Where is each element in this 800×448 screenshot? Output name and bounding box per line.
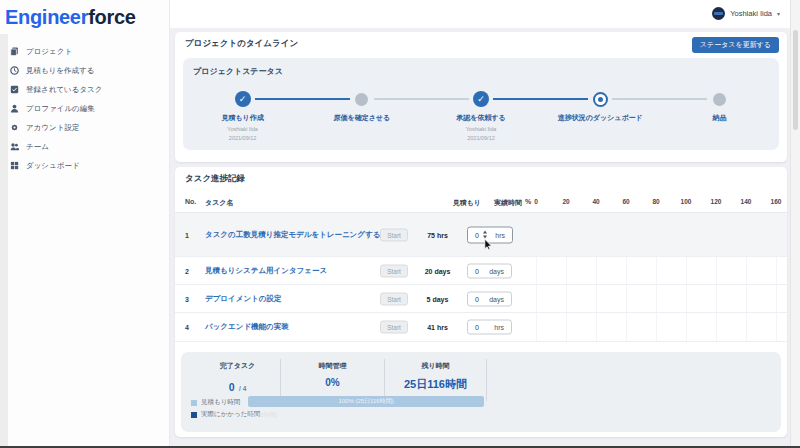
user-name: Yoshiaki Iida — [730, 9, 772, 18]
dashboard-icon — [10, 161, 19, 170]
scrollbar-track[interactable] — [790, 0, 800, 446]
stepper-value: 0 — [475, 231, 479, 238]
time-value: 0% — [281, 377, 384, 388]
sidebar-item-label: プロジェクト — [26, 47, 72, 57]
status-stepper: ✓ 見積もり作成 Yoshiaki Iida 2021/09/12 原価を確定さ… — [183, 90, 779, 146]
step-meta: Yoshiaki Iida 2021/09/12 — [466, 125, 497, 143]
timeline-card-title: プロジェクトのタイムライン — [185, 38, 298, 50]
update-status-button[interactable]: ステータスを更新する — [692, 37, 779, 53]
user-avatar — [712, 7, 725, 20]
sidebar-item-label: チーム — [26, 142, 49, 152]
main-content: プロジェクトのタイムライン ステータスを更新する プロジェクトステータス ✓ 見… — [170, 28, 790, 446]
user-menu[interactable]: Yoshiaki Iida ▾ — [712, 7, 780, 20]
estimate-bar: 100% (25日116時間) — [248, 396, 484, 407]
settings-icon — [10, 123, 19, 132]
sidebar-item-account-settings[interactable]: アカウント設定 — [0, 118, 170, 137]
projects-icon — [10, 47, 19, 56]
stepper-unit: hrs — [495, 231, 505, 238]
summary-stats: 完了タスク 0 / 4 時間管理 0% 残り時間 25日116時間 — [195, 359, 487, 401]
stat-label: 時間管理 — [281, 361, 384, 371]
team-icon — [10, 142, 19, 151]
stat-label: 完了タスク — [195, 361, 280, 371]
tasks-card-title: タスク進捗記録 — [185, 173, 245, 185]
axis-tick: 0 — [534, 198, 538, 205]
time-management-stat: 時間管理 0% — [281, 359, 385, 401]
axis-tick: 140 — [741, 198, 752, 205]
sidebar-item-label: プロファイルの編集 — [26, 104, 95, 114]
start-button[interactable]: Start — [380, 292, 408, 305]
sidebar-item-team[interactable]: チーム — [0, 137, 170, 156]
pending-circle-icon — [713, 93, 726, 106]
task-name-link[interactable]: バックエンド機能の実装 — [205, 322, 289, 332]
column-header-percent: % — [525, 198, 531, 205]
sidebar-nav: プロジェクト 見積もりを作成する 登録されているタスク プロファイルの編集 アカ… — [0, 42, 170, 175]
completed-value: 0 — [229, 381, 235, 393]
app-window: Engineerforce プロジェクト 見積もりを作成する 登録されているタス… — [0, 0, 800, 448]
estimate-bar-track: 100% (25日116時間) — [248, 396, 484, 407]
progress-bar-track — [536, 294, 776, 304]
pending-circle-icon — [355, 93, 368, 106]
stepper-value: 0 — [475, 295, 479, 302]
stepper-unit: days — [489, 295, 504, 302]
sidebar-item-label: ダッシュボード — [26, 161, 80, 171]
task-progress-card: タスク進捗記録 No. タスク名 見積もり 実績時間 % 0 20 40 60 … — [175, 167, 787, 437]
stat-label: 残り時間 — [385, 361, 486, 371]
completed-tasks-stat: 完了タスク 0 / 4 — [195, 359, 281, 401]
task-name-link[interactable]: 見積もりシステム用インタフェース — [205, 266, 327, 276]
current-step-icon — [593, 92, 608, 107]
actual-hours-stepper[interactable]: 0 hrs — [467, 226, 513, 243]
task-row: 3 デプロイメントの設定 Start 5 days 0 days — [175, 285, 787, 313]
estimate-value: 5 days — [410, 295, 465, 302]
sidebar-item-label: アカウント設定 — [26, 123, 79, 133]
brand-secondary: force — [88, 6, 135, 28]
stepper-arrows-icon[interactable] — [483, 231, 487, 239]
sidebar-item-projects[interactable]: プロジェクト — [0, 42, 170, 61]
legend-estimate: 見積もり時間 — [191, 398, 240, 407]
task-no: 3 — [185, 295, 189, 302]
task-no: 1 — [185, 231, 189, 238]
task-name-link[interactable]: デプロイメントの設定 — [205, 294, 281, 304]
check-circle-icon: ✓ — [473, 91, 489, 107]
stepper-value: 0 — [475, 267, 479, 274]
axis-tick: 40 — [592, 198, 599, 205]
status-panel-title: プロジェクトステータス — [193, 66, 283, 77]
axis-tick: 60 — [622, 198, 629, 205]
brand-logo: Engineerforce — [5, 6, 136, 29]
chevron-down-icon: ▾ — [777, 10, 780, 17]
sidebar-item-label: 登録されているタスク — [26, 85, 102, 95]
check-circle-icon: ✓ — [235, 91, 251, 107]
actual-hours-stepper[interactable]: 0 hrs — [467, 320, 512, 335]
progress-bar-track — [536, 322, 776, 332]
start-button[interactable]: Start — [380, 264, 408, 277]
axis-tick: 20 — [562, 198, 569, 205]
progress-bar-track — [536, 230, 776, 240]
column-header-task: タスク名 — [205, 198, 234, 208]
legend-label: 見積もり時間 — [201, 398, 240, 407]
task-row: 4 バックエンド機能の実装 Start 41 hrs 0 hrs — [175, 313, 787, 342]
project-timeline-card: プロジェクトのタイムライン ステータスを更新する プロジェクトステータス ✓ 見… — [175, 32, 787, 162]
column-header-no: No. — [185, 198, 196, 205]
actual-hours-stepper[interactable]: 0 days — [467, 263, 512, 278]
axis-tick: 160 — [771, 198, 782, 205]
sidebar-item-registered-tasks[interactable]: 登録されているタスク — [0, 80, 170, 99]
topbar: Yoshiaki Iida ▾ — [170, 0, 790, 28]
step-label: 承認を依頼する — [456, 113, 506, 123]
stepper-unit: days — [489, 267, 504, 274]
step-connector — [493, 98, 588, 100]
sidebar-item-edit-profile[interactable]: プロファイルの編集 — [0, 99, 170, 118]
task-name-link[interactable]: タスクの工数見積り推定モデルをトレーニングする — [205, 230, 380, 240]
actual-bar-label: 0% (0時間) — [248, 411, 278, 420]
legend-square-light-icon — [191, 400, 197, 406]
step-meta: Yoshiaki Iida 2021/09/12 — [227, 125, 258, 143]
axis-tick: 100 — [681, 198, 692, 205]
start-button[interactable]: Start — [380, 228, 408, 241]
sidebar-item-create-estimate[interactable]: 見積もりを作成する — [0, 61, 170, 80]
actual-hours-stepper[interactable]: 0 days — [467, 291, 512, 306]
start-button[interactable]: Start — [380, 321, 408, 334]
task-row: 1 タスクの工数見積り推定モデルをトレーニングする Start 75 hrs 0… — [175, 213, 787, 257]
scrollbar-thumb[interactable] — [793, 30, 798, 130]
sidebar-item-dashboard[interactable]: ダッシュボード — [0, 156, 170, 175]
step-label: 進捗状況のダッシュボード — [558, 113, 643, 123]
axis-tick: 120 — [711, 198, 722, 205]
task-no: 4 — [185, 324, 189, 331]
